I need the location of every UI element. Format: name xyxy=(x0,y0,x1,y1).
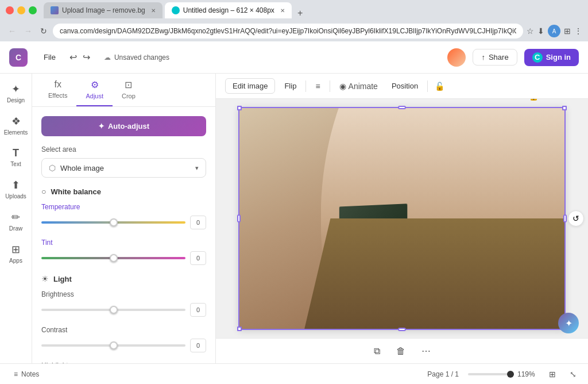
extension-button[interactable]: ⊞ xyxy=(564,26,571,36)
chevron-down-icon: ▾ xyxy=(195,164,199,172)
handle-top-mid[interactable] xyxy=(398,106,406,109)
delete-icon: 🗑 xyxy=(396,346,405,356)
bookmark-button[interactable]: ☆ xyxy=(527,26,534,36)
tab-crop[interactable]: ⊡ Crop xyxy=(113,74,145,106)
handle-mid-right[interactable] xyxy=(563,214,567,222)
panel-tabs: fx Effects ⚙ Adjust ⊡ Crop xyxy=(32,74,215,107)
temperature-label: Temperature xyxy=(41,203,206,211)
magic-button[interactable]: ✦ xyxy=(558,313,579,333)
zoom-thumb[interactable] xyxy=(507,371,514,378)
position-button[interactable]: Position xyxy=(387,79,423,93)
canva-app: C File ↩ ↪ ☁ Unsaved changes ↑ Share C S… xyxy=(0,41,588,384)
lock-button[interactable]: 🔓 xyxy=(432,79,447,93)
tab-adjust[interactable]: ⚙ Adjust xyxy=(76,74,113,106)
canvas-area: Edit image Flip ≡ ◉ Animate Position 🔓 xyxy=(216,74,588,363)
design-label: Design xyxy=(7,97,25,103)
cloud-icon: ☁ xyxy=(104,53,111,62)
animate-button[interactable]: ◉ Animate xyxy=(335,79,382,94)
handle-bottom-mid[interactable] xyxy=(398,328,406,331)
file-menu-button[interactable]: File xyxy=(39,51,60,64)
profile-icon[interactable]: A xyxy=(548,25,560,37)
tab-close-removebg[interactable]: ✕ xyxy=(151,7,156,14)
tint-slider-section: Tint 0 xyxy=(41,239,206,265)
browser-tab-removebg[interactable]: Upload Image – remove.bg ✕ xyxy=(44,2,163,18)
canva-logo: C xyxy=(9,48,28,67)
zoom-slider[interactable] xyxy=(468,373,514,375)
white-balance-title: White balance xyxy=(51,187,100,196)
select-area-dropdown[interactable]: ⬡ Whole image ▾ xyxy=(41,158,206,178)
handle-top-left[interactable] xyxy=(237,106,242,110)
align-button[interactable]: ≡ xyxy=(311,79,324,94)
handle-mid-left[interactable] xyxy=(237,214,241,222)
redo-button[interactable]: ↪ xyxy=(80,49,92,65)
temperature-track[interactable] xyxy=(41,221,185,224)
light-section-header: ☀ Light xyxy=(41,274,206,283)
app-body: ✦ Design ❖ Elements T Text ⬆ Uploads ✏ D… xyxy=(0,74,588,363)
new-tab-button[interactable]: + xyxy=(294,8,306,18)
contrast-thumb[interactable] xyxy=(110,341,118,350)
copy-element-button[interactable]: ⧉ xyxy=(369,344,385,359)
handle-top-right[interactable] xyxy=(562,106,567,110)
more-icon: ⋯ xyxy=(421,346,431,356)
elements-icon: ❖ xyxy=(11,115,21,128)
flip-button[interactable]: Flip xyxy=(280,79,301,93)
expand-button[interactable]: ⤡ xyxy=(556,99,566,102)
adjust-tab-icon: ⚙ xyxy=(91,79,99,90)
animate-icon: ◉ xyxy=(339,82,346,91)
notes-button[interactable]: ≡ Notes xyxy=(9,368,44,381)
close-window-button[interactable] xyxy=(6,6,14,14)
download-button[interactable]: ⬇ xyxy=(537,26,544,36)
minimize-window-button[interactable] xyxy=(17,6,25,14)
auto-adjust-button[interactable]: ✦ Auto-adjust xyxy=(41,116,206,136)
grid-view-button[interactable]: ⊞ xyxy=(547,367,558,381)
sidebar-item-apps[interactable]: ⊞ Apps xyxy=(2,239,30,268)
rotate-icon: ↺ xyxy=(572,214,579,223)
more-options-button[interactable]: ⋮ xyxy=(574,26,582,36)
sidebar-item-design[interactable]: ✦ Design xyxy=(2,78,30,108)
sidebar-item-draw[interactable]: ✏ Draw xyxy=(2,206,30,236)
duplicate-button[interactable]: ⧉ xyxy=(544,99,552,102)
brightness-slider-row: 0 xyxy=(41,303,206,317)
temperature-thumb[interactable] xyxy=(110,218,118,226)
tab-close-canva[interactable]: ✕ xyxy=(280,7,285,14)
handle-bottom-left[interactable] xyxy=(237,327,242,331)
copy-icon: ⧉ xyxy=(374,346,380,356)
share-label: Share xyxy=(489,53,509,62)
tint-track[interactable] xyxy=(41,257,185,259)
sidebar-item-uploads[interactable]: ⬆ Uploads xyxy=(2,174,30,204)
canvas-scroll[interactable]: 🔒 ⧉ ⤡ xyxy=(216,99,588,338)
white-balance-icon: ○ xyxy=(41,187,46,196)
undo-button[interactable]: ↩ xyxy=(67,49,79,65)
magic-icon: ✦ xyxy=(565,318,572,329)
lock-position-button[interactable]: 🔒 xyxy=(527,99,540,102)
user-avatar-button[interactable] xyxy=(447,48,466,67)
contrast-track[interactable] xyxy=(41,344,185,347)
maximize-window-button[interactable] xyxy=(29,6,37,14)
share-button[interactable]: ↑ Share xyxy=(473,49,517,66)
fullscreen-button[interactable]: ⤡ xyxy=(567,367,579,381)
sign-in-button[interactable]: C Sign in xyxy=(524,49,579,66)
fullscreen-icon: ⤡ xyxy=(570,370,577,379)
sidebar-item-elements[interactable]: ❖ Elements xyxy=(2,110,30,140)
canvas-image xyxy=(239,108,564,329)
brightness-track[interactable] xyxy=(41,309,185,311)
light-icon: ☀ xyxy=(41,274,49,283)
url-input[interactable] xyxy=(53,24,523,39)
delete-element-button[interactable]: 🗑 xyxy=(392,344,410,359)
forward-button[interactable]: → xyxy=(22,25,34,37)
tint-value: 0 xyxy=(190,251,206,265)
rotate-button[interactable]: ↺ xyxy=(568,210,584,226)
tab-effects[interactable]: fx Effects xyxy=(39,74,76,106)
tint-thumb[interactable] xyxy=(110,254,118,262)
edit-image-button[interactable]: Edit image xyxy=(225,78,275,94)
auto-adjust-icon: ✦ xyxy=(98,122,105,130)
brightness-thumb[interactable] xyxy=(110,306,118,314)
back-button[interactable]: ← xyxy=(6,25,18,37)
more-element-button[interactable]: ⋯ xyxy=(417,343,435,359)
refresh-button[interactable]: ↻ xyxy=(38,25,49,37)
canvas-frame[interactable] xyxy=(238,107,566,330)
window-controls xyxy=(6,6,37,14)
browser-tab-canva[interactable]: Untitled design – 612 × 408px ✕ xyxy=(165,2,292,18)
sidebar-item-text[interactable]: T Text xyxy=(2,143,30,172)
sign-in-label: Sign in xyxy=(546,53,571,62)
